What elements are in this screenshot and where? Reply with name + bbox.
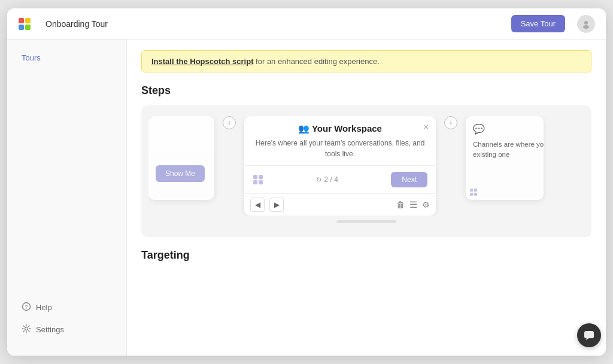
workspace-emoji: 👥	[298, 123, 312, 134]
sidebar-item-settings[interactable]: Settings	[16, 320, 118, 339]
add-step-left[interactable]: +	[221, 116, 237, 129]
banner-suffix: for an enhanced editing experience.	[253, 57, 379, 66]
svg-rect-2	[19, 25, 24, 30]
svg-point-4	[584, 21, 588, 25]
card-2-logo	[253, 174, 263, 185]
delete-step-icon[interactable]: 🗑	[396, 200, 405, 210]
card-2-progress: ↻ 2 / 4	[316, 175, 338, 184]
scroll-indicator	[148, 220, 584, 223]
card-2-close[interactable]: ×	[424, 122, 429, 132]
prev-step-button[interactable]: ◀	[250, 198, 265, 212]
sidebar-bottom: ? Help Settings	[7, 291, 126, 346]
svg-rect-16	[474, 193, 477, 196]
app-window: Onboarding Tour Save Tour Tours ?	[7, 8, 606, 356]
svg-rect-11	[253, 180, 257, 184]
next-button[interactable]: Next	[391, 172, 427, 187]
add-step-right[interactable]: +	[443, 116, 459, 129]
step-card-2: × 👥 Your Workspace Here's where all your…	[244, 116, 436, 216]
settings-step-icon[interactable]: ⚙	[422, 200, 430, 210]
sidebar-nav: Tours	[7, 49, 126, 291]
show-me-button[interactable]: Show Me	[156, 165, 205, 182]
targeting-title: Targeting	[141, 249, 190, 262]
svg-rect-0	[19, 18, 24, 23]
targeting-section: Targeting	[141, 249, 591, 270]
app-logo	[18, 17, 31, 31]
sidebar-item-tours[interactable]: Tours	[16, 49, 118, 66]
step-cards-row: × Show Me +	[148, 116, 584, 216]
header-title: Onboarding Tour	[45, 19, 504, 29]
svg-rect-12	[259, 180, 263, 184]
svg-point-5	[583, 25, 589, 29]
avatar	[577, 15, 595, 33]
chat-bubble-button[interactable]	[577, 323, 601, 347]
list-step-icon[interactable]: ☰	[409, 199, 417, 210]
svg-text:?: ?	[25, 304, 28, 310]
card-2-top: × 👥 Your Workspace Here's where all your…	[244, 116, 436, 166]
svg-rect-9	[253, 175, 257, 179]
main-content: Install the Hopscotch script for an enha…	[127, 40, 606, 356]
refresh-icon: ↻	[316, 176, 321, 184]
header: Onboarding Tour Save Tour	[7, 8, 606, 40]
card-3-controls	[469, 188, 478, 196]
card-3-inner: 💬 Channels are where you can co existing…	[466, 116, 544, 200]
sidebar-item-help[interactable]: ? Help	[16, 298, 118, 317]
svg-rect-15	[470, 193, 473, 196]
next-step-button[interactable]: ▶	[269, 198, 284, 212]
save-tour-button[interactable]: Save Tour	[511, 15, 565, 32]
steps-section: Steps × Show Me	[141, 84, 591, 237]
card-2-bottom: ↻ 2 / 4 Next	[244, 166, 436, 193]
help-label: Help	[36, 303, 52, 312]
scroll-bar	[336, 220, 396, 223]
svg-rect-17	[584, 331, 594, 338]
svg-rect-1	[25, 18, 31, 23]
install-banner: Install the Hopscotch script for an enha…	[141, 50, 591, 72]
svg-rect-3	[25, 25, 31, 30]
card-3-icon: 💬	[473, 123, 544, 135]
step-card-3: 💬 Channels are where you can co existing…	[466, 116, 544, 200]
install-link[interactable]: Install the Hopscotch script	[151, 57, 253, 66]
svg-point-8	[25, 327, 28, 330]
step-card-1: × Show Me	[148, 116, 214, 200]
card-3-logo	[469, 188, 478, 196]
sidebar: Tours ? Help	[7, 40, 127, 356]
help-icon: ?	[22, 302, 31, 313]
card-1-inner: × Show Me	[148, 116, 214, 200]
card-3-text-1: Channels are where you can co existing o…	[473, 139, 544, 160]
body: Tours ? Help	[7, 40, 606, 356]
svg-rect-13	[470, 189, 473, 192]
settings-label: Settings	[36, 325, 64, 334]
svg-rect-10	[259, 175, 263, 179]
steps-title: Steps	[141, 84, 591, 97]
svg-marker-18	[585, 338, 589, 340]
card-2-title: 👥 Your Workspace	[253, 123, 427, 134]
card-2-controls: ◀ ▶ 🗑 ☰ ⚙	[244, 193, 436, 216]
steps-area: × Show Me +	[141, 105, 591, 237]
card-2-desc: Here's where all your team's conversatio…	[253, 138, 427, 159]
svg-rect-14	[474, 189, 477, 192]
settings-icon	[22, 324, 31, 335]
